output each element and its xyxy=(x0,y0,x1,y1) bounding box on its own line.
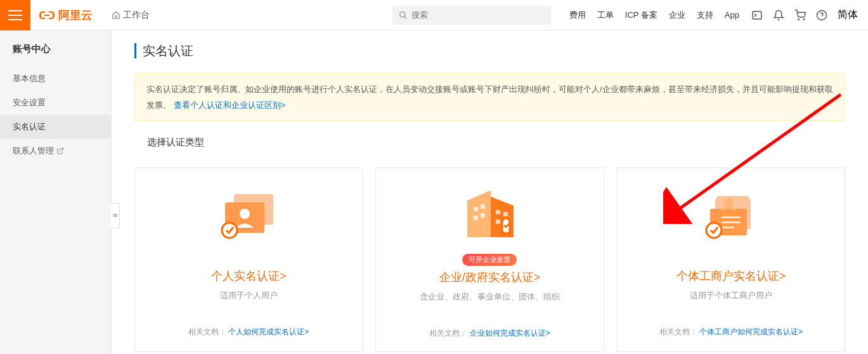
sidebar-title: 账号中心 xyxy=(0,30,111,67)
card-personal: 个人实名认证> 适用于个人用户 相关文档： 个人如何完成实名认证> xyxy=(134,167,363,352)
svg-point-12 xyxy=(240,209,250,219)
search-box[interactable] xyxy=(392,6,551,25)
cards-container: 个人实名认证> 适用于个人用户 相关文档： 个人如何完成实名认证> xyxy=(134,167,845,352)
header-nav: 费用 工单 ICP 备案 企业 支持 App xyxy=(564,10,745,21)
header: 阿里云 工作台 费用 工单 ICP 备案 企业 支持 App 简体 xyxy=(0,0,868,30)
svg-point-4 xyxy=(803,19,805,20)
svg-rect-17 xyxy=(481,204,485,209)
svg-rect-21 xyxy=(503,212,508,216)
sidebar: 账号中心 基本信息 安全设置 实名认证 联系人管理 xyxy=(0,30,112,354)
card-personal-footer: 相关文档： 个人如何完成实名认证> xyxy=(148,327,349,338)
external-link-icon xyxy=(56,147,64,155)
svg-rect-18 xyxy=(474,216,478,220)
nav-ticket[interactable]: 工单 xyxy=(597,10,614,21)
menu-button[interactable] xyxy=(0,0,30,30)
aliyun-icon xyxy=(39,8,55,23)
card-business: 个体工商户实名认证> 适用于个体工商户用户 相关文档： 个体工商户如何完成实名认… xyxy=(617,167,845,352)
business-icon xyxy=(630,187,832,244)
nav-fee[interactable]: 费用 xyxy=(569,10,586,21)
svg-point-25 xyxy=(724,198,733,207)
svg-point-29 xyxy=(706,223,722,238)
main-content: 实名认证 实名认证决定了账号归属。如企业使用的账号进行个人实名认证，在人员变动交… xyxy=(112,30,868,354)
card-business-doc-link[interactable]: 个体工商户如何完成实名认证> xyxy=(699,327,803,336)
card-business-title[interactable]: 个体工商户实名认证> xyxy=(630,268,832,284)
nav-app[interactable]: App xyxy=(725,10,739,20)
help-icon[interactable] xyxy=(816,10,827,21)
svg-rect-20 xyxy=(496,210,500,214)
home-icon xyxy=(112,11,120,20)
terminal-icon[interactable] xyxy=(751,10,763,21)
svg-rect-2 xyxy=(753,11,761,19)
nav-icp[interactable]: ICP 备案 xyxy=(625,10,657,21)
bell-icon[interactable] xyxy=(773,10,784,21)
sidebar-item-identity[interactable]: 实名认证 xyxy=(0,115,111,139)
svg-point-3 xyxy=(798,19,800,20)
cart-icon[interactable] xyxy=(794,10,806,21)
svg-rect-28 xyxy=(722,226,734,228)
section-title: 选择认证类型 xyxy=(147,136,845,148)
brand-text: 阿里云 xyxy=(58,8,93,23)
svg-rect-22 xyxy=(496,220,500,224)
sidebar-item-contacts[interactable]: 联系人管理 xyxy=(0,139,111,163)
hamburger-icon xyxy=(8,15,22,16)
svg-marker-14 xyxy=(467,190,491,237)
page-title: 实名认证 xyxy=(134,43,845,58)
svg-point-13 xyxy=(222,223,237,238)
card-enterprise: 可开企业发票 企业/政府实名认证> 含企业、政府、事业单位、团体、组织 相关文档… xyxy=(375,167,604,352)
card-business-desc: 适用于个体工商户用户 xyxy=(630,290,832,301)
header-icons: 简体 xyxy=(751,8,858,22)
card-personal-title[interactable]: 个人实名认证> xyxy=(148,268,349,284)
card-business-footer: 相关文档： 个体工商户如何完成实名认证> xyxy=(630,327,832,338)
svg-rect-19 xyxy=(481,213,485,218)
svg-rect-27 xyxy=(722,221,741,223)
badge-invoice: 可开企业发票 xyxy=(462,254,517,266)
card-enterprise-footer: 相关文档： 企业如何完成实名认证> xyxy=(389,328,590,339)
nav-support[interactable]: 支持 xyxy=(697,10,713,21)
personal-icon xyxy=(148,187,349,244)
sidebar-item-security[interactable]: 安全设置 xyxy=(0,91,111,115)
svg-rect-16 xyxy=(474,207,478,211)
brand-logo[interactable]: 阿里云 xyxy=(39,8,93,23)
nav-enterprise[interactable]: 企业 xyxy=(669,10,685,21)
workbench-link[interactable]: 工作台 xyxy=(112,10,150,21)
svg-point-0 xyxy=(400,11,405,16)
alert-box: 实名认证决定了账号归属。如企业使用的账号进行个人实名认证，在人员变动交接账号或账… xyxy=(134,74,845,121)
enterprise-icon xyxy=(389,187,590,244)
svg-rect-26 xyxy=(722,216,741,218)
search-icon xyxy=(399,11,408,20)
alert-link[interactable]: 查看个人认证和企业认证区别> xyxy=(174,100,286,110)
lang-switch[interactable]: 简体 xyxy=(838,8,858,22)
card-personal-doc-link[interactable]: 个人如何完成实名认证> xyxy=(228,327,309,336)
card-enterprise-desc: 含企业、政府、事业单位、团体、组织 xyxy=(389,291,590,303)
svg-line-1 xyxy=(405,16,407,18)
sidebar-item-basic[interactable]: 基本信息 xyxy=(0,67,111,91)
search-input[interactable] xyxy=(411,10,545,20)
svg-line-7 xyxy=(60,148,63,152)
card-enterprise-title[interactable]: 企业/政府实名认证> xyxy=(389,270,590,285)
card-personal-desc: 适用于个人用户 xyxy=(148,290,349,301)
card-enterprise-doc-link[interactable]: 企业如何完成实名认证> xyxy=(470,329,550,338)
